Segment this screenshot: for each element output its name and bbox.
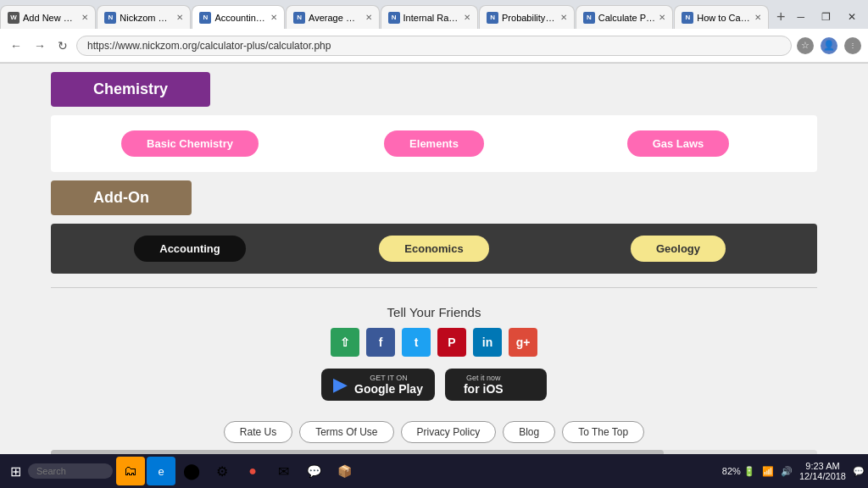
profile-icon[interactable]: 👤 (821, 37, 837, 54)
bookmark-icon[interactable]: ☆ (797, 37, 814, 54)
taskbar-time: 9:23 AM (799, 461, 846, 471)
tab-label-5: Probability Inc... (502, 13, 557, 23)
tab-label-6: Calculate Prob... (598, 13, 655, 23)
new-tab-button[interactable]: + (770, 8, 793, 26)
rate-us-button[interactable]: Rate Us (224, 421, 292, 443)
tab-favicon-4: N (388, 12, 400, 24)
geology-button[interactable]: Geology (631, 236, 726, 262)
chemistry-header: Chemistry (51, 72, 210, 107)
google-play-name: Google Play (354, 382, 423, 396)
tab-label-0: Add New Post... (23, 13, 78, 23)
accounting-button[interactable]: Accounting (134, 236, 246, 262)
share-icon[interactable]: ⇧ (331, 328, 359, 357)
address-bar-row: ← → ↻ ☆ 👤 ⋮ (0, 29, 868, 63)
taskbar-right: 82% 🔋 📶 🔊 9:23 AM 12/14/2018 💬 (722, 461, 865, 481)
back-button[interactable]: ← (7, 37, 25, 54)
tab-3[interactable]: N Average Capi... ✕ (286, 5, 379, 29)
app-store-badge[interactable]: Get it now for iOS (445, 369, 547, 401)
chemistry-btn-item-1: Elements (312, 130, 556, 157)
addon-section: Add-On Accounting Economics Geology (51, 180, 817, 274)
taskbar-date: 12/14/2018 (799, 471, 846, 481)
tab-favicon-1: N (104, 12, 116, 24)
addon-header: Add-On (51, 180, 192, 215)
app-store-pre: Get it now (464, 374, 504, 382)
tab-7[interactable]: N How to Calcul... ✕ (674, 5, 769, 29)
taskbar-notification[interactable]: 💬 (853, 466, 865, 477)
to-the-top-button[interactable]: To The Top (562, 421, 644, 443)
google-play-icon: ▶ (333, 374, 348, 396)
google-plus-icon[interactable]: g+ (509, 328, 537, 357)
google-play-badge[interactable]: ▶ GET IT ON Google Play (321, 369, 435, 401)
chemistry-section: Chemistry Basic Chemistry Elements Gas L… (51, 72, 817, 172)
taskbar-app-4[interactable]: 📦 (330, 457, 359, 485)
taskbar-battery: 82% 🔋 (722, 466, 755, 477)
tab-favicon-6: N (583, 12, 595, 24)
elements-button[interactable]: Elements (384, 130, 484, 157)
privacy-button[interactable]: Privacy Policy (401, 421, 497, 443)
tab-favicon-3: N (293, 12, 305, 24)
browser-chrome: W Add New Post... ✕ N Nickzom Calc... ✕ … (0, 0, 868, 64)
tab-close-2[interactable]: ✕ (270, 13, 277, 22)
taskbar-clock: 9:23 AM 12/14/2018 (799, 461, 846, 481)
reload-button[interactable]: ↻ (54, 37, 71, 54)
app-badges: ▶ GET IT ON Google Play Get it now for i… (51, 369, 817, 401)
footer-buttons: Rate Us Terms Of Use Privacy Policy Blog… (51, 421, 817, 443)
economics-button[interactable]: Economics (379, 236, 488, 262)
taskbar-edge[interactable]: e (147, 457, 175, 485)
twitter-icon[interactable]: t (402, 328, 431, 357)
minimize-button[interactable]: ─ (792, 9, 810, 25)
tab-4[interactable]: N Internal Rate o... ✕ (381, 5, 478, 29)
tab-favicon-5: N (487, 12, 498, 24)
tab-close-6[interactable]: ✕ (659, 13, 665, 22)
chemistry-btn-item-0: Basic Chemistry (68, 130, 312, 157)
google-play-pre: GET IT ON (354, 374, 423, 382)
taskbar-app-2[interactable]: ✉ (269, 457, 298, 485)
addon-btn-item-0: Accounting (68, 236, 312, 262)
taskbar-search[interactable] (28, 463, 113, 479)
gas-laws-button[interactable]: Gas Laws (627, 130, 730, 157)
tell-friends-title: Tell Your Friends (51, 305, 817, 319)
restore-button[interactable]: ❐ (816, 9, 836, 25)
tab-2[interactable]: N Accounting R... ✕ (192, 5, 285, 29)
menu-icon[interactable]: ⋮ (844, 37, 861, 54)
close-button[interactable]: ✕ (843, 9, 861, 25)
taskbar-network: 📶 (762, 466, 774, 477)
tab-5[interactable]: N Probability Inc... ✕ (479, 5, 575, 29)
tab-close-0[interactable]: ✕ (81, 13, 88, 22)
facebook-icon[interactable]: f (366, 328, 395, 357)
tab-0[interactable]: W Add New Post... ✕ (0, 5, 96, 29)
tab-label-7: How to Calcul... (697, 13, 751, 23)
tab-6[interactable]: N Calculate Prob... ✕ (576, 5, 673, 29)
chemistry-buttons-row: Basic Chemistry Elements Gas Laws (51, 115, 817, 172)
taskbar-settings[interactable]: ⚙ (208, 457, 236, 485)
tab-label-2: Accounting R... (214, 13, 267, 23)
addon-btn-item-2: Geology (556, 236, 800, 262)
tab-label-3: Average Capi... (309, 13, 361, 23)
tab-close-7[interactable]: ✕ (754, 13, 761, 22)
terms-button[interactable]: Terms Of Use (299, 421, 393, 443)
tab-close-4[interactable]: ✕ (464, 13, 470, 22)
taskbar-file-explorer[interactable]: 🗂 (116, 457, 145, 485)
blog-button[interactable]: Blog (503, 421, 555, 443)
tab-label-4: Internal Rate o... (403, 13, 460, 23)
tab-close-1[interactable]: ✕ (176, 13, 183, 22)
start-button[interactable]: ⊞ (3, 460, 28, 483)
taskbar-app-1[interactable]: ● (238, 457, 267, 485)
address-input[interactable] (76, 36, 792, 56)
tab-favicon-7: N (682, 12, 693, 24)
tab-bar: W Add New Post... ✕ N Nickzom Calc... ✕ … (0, 0, 868, 29)
taskbar-sound: 🔊 (781, 466, 793, 477)
taskbar-app-3[interactable]: 💬 (299, 457, 328, 485)
tab-1[interactable]: N Nickzom Calc... ✕ (97, 5, 191, 29)
app-store-name: for iOS (464, 382, 504, 396)
tab-close-3[interactable]: ✕ (365, 13, 372, 22)
page-content: Chemistry Basic Chemistry Elements Gas L… (0, 64, 868, 488)
tab-label-1: Nickzom Calc... (120, 13, 173, 23)
pinterest-icon[interactable]: P (437, 328, 466, 357)
tab-close-5[interactable]: ✕ (560, 13, 567, 22)
taskbar-chrome[interactable]: ⬤ (177, 457, 206, 485)
basic-chemistry-button[interactable]: Basic Chemistry (121, 130, 259, 157)
forward-button[interactable]: → (31, 37, 49, 54)
linkedin-icon[interactable]: in (473, 328, 502, 357)
google-play-text: GET IT ON Google Play (354, 374, 423, 396)
